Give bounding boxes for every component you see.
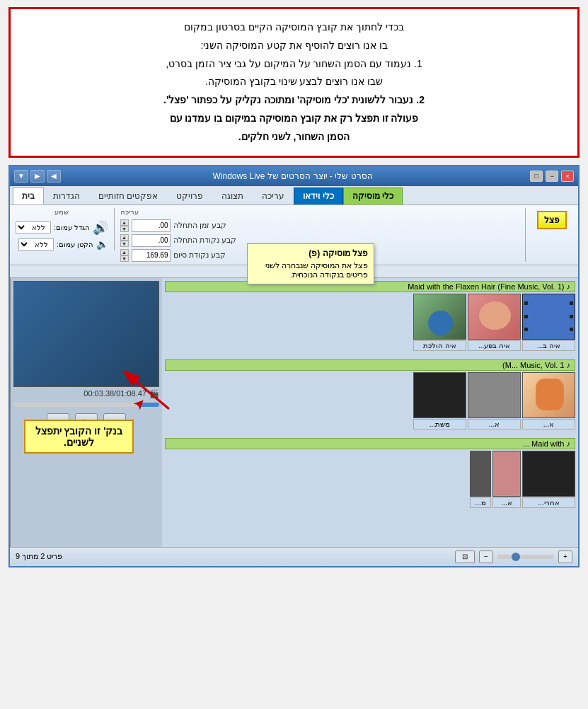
tab-edit[interactable]: עריכה — [253, 188, 294, 204]
tab-options[interactable]: הגדרות — [44, 188, 89, 204]
timeline-tracks: ♪ Maid with the Flaxen Hair (Fine Music,… — [162, 278, 578, 547]
close-button[interactable]: × — [561, 171, 574, 182]
maximize-button[interactable]: □ — [530, 171, 543, 182]
track-label-3: איה הולכת — [413, 340, 466, 351]
end-point-input[interactable] — [132, 249, 171, 262]
app-window: × − □ הסרט שלי - יוצר הסרטים של Windows … — [8, 165, 580, 567]
film-strip-r2-1[interactable] — [522, 372, 575, 418]
music-note-icon-2: ♪ — [567, 361, 571, 369]
ribbon-toolbar: שמע 🔊 הגדל עמום: ללא 🔈 הקטן עמום: ללא ער… — [10, 205, 578, 265]
volume-decrease-select[interactable]: ללא — [18, 238, 54, 250]
volume-row-increase: 🔊 הגדל עמום: ללא — [16, 220, 108, 236]
minimize-button[interactable]: − — [546, 171, 558, 182]
start-time-down[interactable]: ▼ — [120, 226, 129, 232]
film-strip-r3-1[interactable] — [522, 451, 575, 497]
tab-effects[interactable]: אפקטים חזותיים — [89, 188, 167, 204]
film-strip-1[interactable] — [522, 294, 575, 340]
instruction-line6: פעולה זו תפצל רק את קובץ המוסיקה במיקום … — [22, 110, 566, 127]
start-point-label: קבע נקודת התחלה — [173, 236, 236, 245]
end-point-spinner: ▲ ▼ — [120, 249, 129, 262]
volume-section: שמע 🔊 הגדל עמום: ללא 🔈 הקטן עמום: ללא — [16, 208, 115, 250]
zoom-slider[interactable] — [497, 555, 554, 559]
start-point-down[interactable]: ▼ — [120, 241, 129, 247]
bottom-left-controls: + − ⊡ — [455, 551, 572, 563]
child-fig — [536, 379, 564, 410]
film-hole — [524, 328, 528, 331]
edit-section-label: עריכה — [120, 208, 139, 216]
nav-down-button[interactable]: ▼ — [14, 170, 28, 183]
tab-project[interactable]: פרויקט — [167, 188, 212, 204]
end-point-up[interactable]: ▲ — [120, 249, 129, 255]
speaker-icon: 🔊 — [93, 220, 108, 236]
instruction-box: בכדי לחתוך את קובץ המוסיקה הקיים בסרטון … — [8, 7, 580, 158]
start-time-input[interactable] — [132, 219, 171, 232]
row3-video-track: אחרי... א... מ... — [165, 451, 575, 508]
title-bar-controls: × − □ — [530, 171, 574, 182]
ball-sim — [428, 311, 453, 335]
track-section-2: ♪ M... Music, Vol. 1) א... — [165, 359, 575, 430]
instruction-line4: שבו אנו רוצים לבצע שינוי בקובץ המוסיקה. — [22, 74, 566, 91]
nav-forward-button[interactable]: ▶ — [30, 170, 45, 183]
start-point-input[interactable] — [132, 234, 171, 247]
fzel-area: פצל פצל מוסיקה (פ) פצל את המוסיקה שנבחרה… — [531, 208, 572, 232]
music-note-icon-3: ♪ — [567, 439, 571, 448]
row3-item-2: א... — [492, 451, 521, 508]
end-point-down[interactable]: ▼ — [120, 255, 129, 262]
tab-home[interactable]: בית — [13, 188, 44, 204]
start-time-up[interactable]: ▲ — [120, 219, 129, 226]
fzel-button[interactable]: פצל — [537, 211, 567, 229]
film-strip-3[interactable] — [413, 294, 466, 340]
track-label-2: איה בפע... — [468, 340, 521, 351]
row3-label-3: מ... — [470, 497, 491, 508]
start-point-up[interactable]: ▲ — [120, 234, 129, 241]
tooltip-popup: פצל מוסיקה (פ) פצל את המוסיקה שנבחרה לשנ… — [247, 243, 374, 284]
row2-music-label: ♪ M... Music, Vol. 1) — [165, 359, 575, 371]
film-strip-r2-3[interactable] — [413, 372, 466, 418]
annotation-text: בנק' זו הקובץ יתפצל לשניים. — [35, 425, 123, 448]
tooltip-title: פצל מוסיקה (פ) — [253, 248, 368, 258]
instruction-line5: 2. נעבור ללשונית 'כלי מוסיקה' ומתוכה נקל… — [22, 92, 566, 109]
tab-music-tools[interactable]: כלי מוסיקה — [343, 188, 403, 204]
row1-video-track: איה ב... איה בפע... — [165, 294, 575, 351]
track-section-3: ♪ Maid with ... אחרי... א... — [165, 438, 575, 508]
row2-video-track: א... א... משת... — [165, 372, 575, 430]
film-strip-r3-3[interactable] — [470, 451, 491, 497]
start-point-spinner: ▲ ▼ — [120, 234, 129, 247]
row3-label-2: א... — [492, 497, 521, 508]
nav-back-button[interactable]: ◀ — [47, 170, 61, 183]
film-strip-r2-2[interactable] — [468, 372, 521, 418]
sound-section-label: שמע — [16, 208, 108, 216]
add-button[interactable]: + — [558, 551, 572, 563]
volume-increase-select[interactable]: ללא — [16, 221, 51, 234]
red-arrow-line — [120, 370, 176, 413]
instruction-line1: בכדי לחתוך את קובץ המוסיקה הקיים בסרטון … — [22, 19, 566, 36]
content-area: ♪ Maid with the Flaxen Hair (Fine Music,… — [10, 278, 578, 547]
frame-info: פריט 2 מתוך 9 — [16, 552, 62, 561]
film-hole — [570, 328, 573, 331]
row2-label-2: א... — [468, 419, 521, 430]
fit-button[interactable]: ⊡ — [455, 551, 475, 563]
volume-decrease-label: הקטן עמום: — [57, 241, 93, 248]
volume-row-decrease: 🔈 הקטן עמום: ללא — [16, 238, 108, 250]
bottom-bar: + − ⊡ פריט 2 מתוך 9 — [10, 547, 578, 566]
film-content-2 — [468, 294, 520, 339]
title-nav: ◀ ▶ ▼ — [14, 170, 61, 183]
speaker-small-icon: 🔈 — [96, 238, 108, 250]
start-time-label: קבע זמן התחלה — [173, 221, 226, 230]
film-strip-r3-2[interactable] — [492, 451, 521, 497]
instruction-line2: בו אנו רוצים להוסיף את קטע המוסיקה השני: — [22, 38, 566, 54]
zoom-minus-button[interactable]: − — [479, 551, 493, 563]
film-strip-2[interactable] — [468, 294, 521, 340]
tab-view[interactable]: תצוגה — [212, 188, 253, 204]
row2-item-1: א... — [522, 372, 575, 430]
instruction-line3: 1. נעמוד עם הסמן השחור על המיקום על גבי … — [22, 56, 566, 73]
music-note-icon: ♪ — [567, 282, 571, 291]
window-title: הסרט שלי - יוצר הסרטים של Windows Live — [61, 171, 530, 181]
end-point-label: קבע נקודת סיום — [173, 250, 226, 260]
tab-video-tools[interactable]: כלי וידאו — [294, 188, 342, 204]
track-item-1: איה ב... — [522, 294, 575, 351]
film-hole — [570, 301, 573, 305]
film-content-3 — [414, 294, 466, 339]
zoom-handle[interactable] — [512, 553, 520, 561]
ribbon-tabs: בית הגדרות אפקטים חזותיים פרויקט תצוגה ע… — [10, 186, 578, 205]
